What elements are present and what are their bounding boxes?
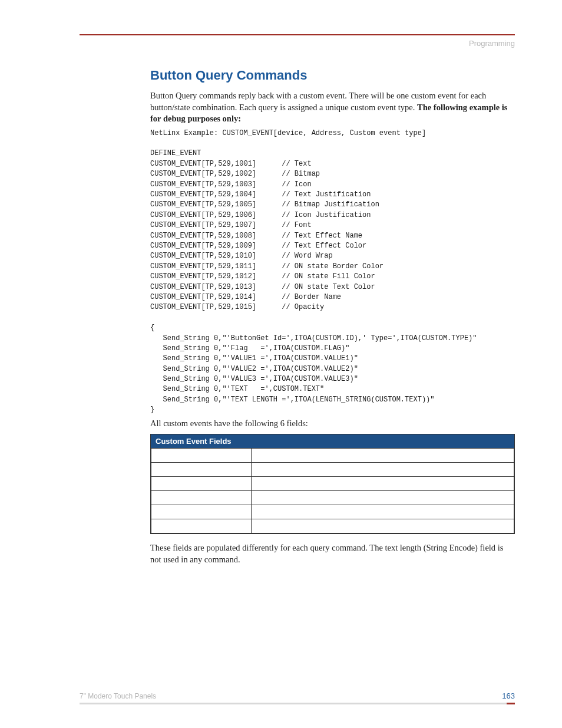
fields-table <box>151 448 514 533</box>
cell <box>252 519 514 533</box>
table-row <box>151 505 514 519</box>
table-row <box>151 477 514 491</box>
table-row <box>151 519 514 533</box>
footer-row: 7" Modero Touch Panels 163 <box>80 691 515 700</box>
intro-paragraph: Button Query commands reply back with a … <box>150 90 515 125</box>
top-rule <box>80 34 515 35</box>
page-footer: 7" Modero Touch Panels 163 <box>80 691 515 704</box>
table-row <box>151 491 514 505</box>
cell <box>151 519 252 533</box>
cell <box>252 449 514 463</box>
cell <box>252 491 514 505</box>
cell <box>252 463 514 477</box>
page-number: 163 <box>502 691 515 700</box>
table-title: Custom Event Fields <box>151 434 514 448</box>
cell <box>151 491 252 505</box>
table-row <box>151 449 514 463</box>
closing-paragraph: These fields are populated differently f… <box>150 542 515 565</box>
page: Programming Button Query Commands Button… <box>0 0 562 591</box>
cell <box>252 477 514 491</box>
table-row <box>151 463 514 477</box>
after-code-text: All custom events have the following 6 f… <box>150 418 515 430</box>
cell <box>151 477 252 491</box>
cell <box>151 463 252 477</box>
footer-rule <box>80 703 515 704</box>
footer-product: 7" Modero Touch Panels <box>80 692 156 700</box>
code-block: NetLinx Example: CUSTOM_EVENT[device, Ad… <box>150 129 515 416</box>
page-title: Button Query Commands <box>150 68 515 83</box>
custom-event-fields-table: Custom Event Fields <box>150 434 515 534</box>
cell <box>151 449 252 463</box>
cell <box>151 505 252 519</box>
content-area: Button Query Commands Button Query comma… <box>80 68 515 565</box>
section-label: Programming <box>80 39 515 48</box>
cell <box>252 505 514 519</box>
